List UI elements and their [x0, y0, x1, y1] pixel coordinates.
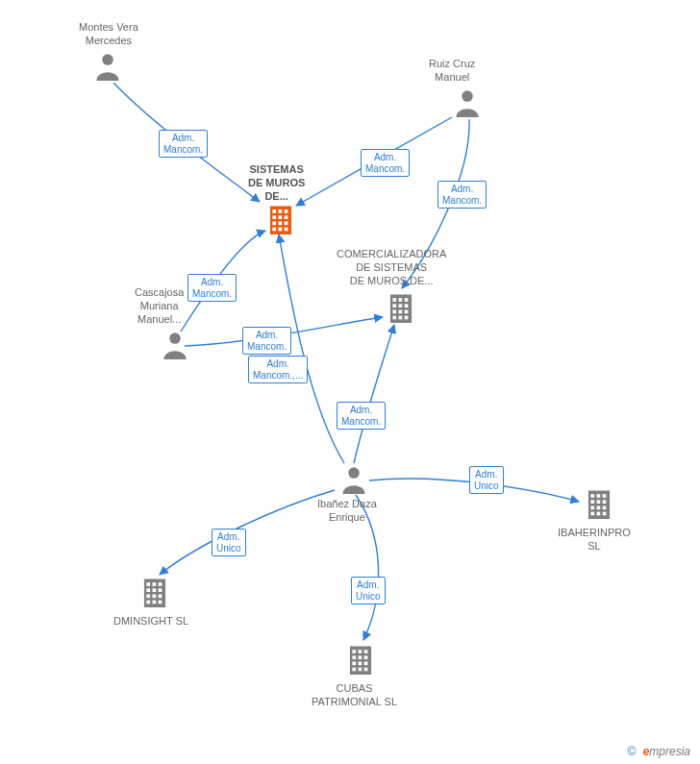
brand-rest: mpresia	[649, 745, 690, 758]
svg-rect-12	[272, 228, 276, 232]
node-montes[interactable]: Montes Vera Mercedes	[79, 21, 138, 48]
svg-point-0	[102, 54, 113, 65]
svg-rect-59	[364, 650, 368, 653]
svg-rect-4	[279, 209, 283, 213]
svg-rect-20	[399, 304, 403, 308]
svg-rect-55	[159, 601, 162, 604]
edge-label[interactable]: Adm. Mancom.	[188, 274, 237, 302]
edge-label[interactable]: Adm. Unico	[469, 466, 504, 494]
svg-rect-10	[279, 221, 283, 225]
svg-rect-31	[590, 494, 594, 498]
svg-point-28	[169, 333, 181, 344]
person-icon[interactable]	[94, 52, 121, 83]
svg-rect-50	[146, 594, 150, 598]
svg-rect-48	[153, 588, 157, 592]
svg-rect-46	[159, 582, 162, 586]
svg-rect-58	[359, 650, 362, 653]
svg-rect-14	[285, 228, 288, 232]
svg-rect-63	[352, 661, 356, 665]
building-icon[interactable]	[387, 292, 415, 325]
building-icon[interactable]	[585, 488, 613, 521]
svg-rect-54	[153, 601, 157, 604]
edge-label[interactable]: Adm. Mancom.,...	[248, 356, 308, 383]
svg-rect-23	[399, 309, 403, 313]
svg-rect-17	[399, 298, 403, 302]
svg-rect-6	[272, 215, 276, 219]
svg-rect-52	[159, 594, 162, 598]
building-icon[interactable]	[140, 577, 169, 609]
person-icon[interactable]	[162, 331, 188, 361]
svg-rect-34	[590, 500, 594, 504]
edge-label[interactable]: Adm. Mancom.	[337, 402, 386, 430]
building-icon[interactable]	[346, 644, 375, 677]
edge-label[interactable]: Adm. Mancom.	[242, 327, 291, 355]
svg-rect-38	[597, 505, 601, 509]
edge-label[interactable]: Adm. Unico	[351, 577, 386, 604]
person-icon[interactable]	[454, 88, 481, 119]
svg-rect-39	[603, 505, 607, 509]
copyright-symbol: ©	[627, 745, 636, 758]
svg-rect-68	[364, 668, 368, 672]
edge-ibanez-dminsight	[160, 490, 335, 575]
svg-rect-44	[146, 582, 150, 586]
svg-rect-37	[590, 505, 594, 509]
node-ibaher[interactable]: IBAHERINPRO SL	[558, 527, 631, 554]
svg-rect-51	[153, 594, 157, 598]
svg-rect-5	[285, 209, 288, 213]
svg-rect-64	[359, 661, 362, 665]
svg-rect-21	[405, 304, 409, 308]
node-comerc[interactable]: COMERCIALIZADORA DE SISTEMAS DE MUROS DE…	[337, 248, 446, 287]
node-label: DMINSIGHT SL	[113, 615, 188, 628]
svg-rect-32	[597, 494, 601, 498]
network-diagram: Montes Vera Mercedes Ruiz Cruz Manuel SI…	[0, 0, 700, 764]
svg-rect-9	[272, 221, 276, 225]
svg-rect-3	[272, 209, 276, 213]
svg-rect-36	[603, 500, 607, 504]
person-icon[interactable]	[340, 465, 367, 496]
svg-rect-61	[359, 655, 362, 659]
svg-rect-62	[364, 655, 368, 659]
node-dminsight[interactable]: DMINSIGHT SL	[113, 615, 188, 628]
svg-rect-7	[279, 215, 283, 219]
svg-rect-53	[146, 601, 150, 604]
svg-rect-66	[352, 668, 356, 672]
svg-rect-40	[590, 512, 594, 516]
node-cubas[interactable]: CUBAS PATRIMONIAL SL	[312, 682, 397, 709]
svg-point-1	[462, 90, 473, 102]
svg-rect-19	[392, 304, 396, 308]
svg-rect-57	[352, 650, 356, 653]
node-label: COMERCIALIZADORA DE SISTEMAS DE MUROS DE…	[337, 248, 446, 287]
svg-rect-25	[392, 316, 396, 320]
edge-label[interactable]: Adm. Mancom.	[159, 130, 208, 158]
node-cascajosa[interactable]: Cascajosa Muriana Manuel...	[135, 286, 184, 326]
node-label: IBAHERINPRO SL	[558, 527, 631, 554]
node-ruiz[interactable]: Ruiz Cruz Manuel	[429, 58, 475, 85]
svg-rect-60	[352, 655, 356, 659]
svg-rect-47	[146, 588, 150, 592]
node-label: Montes Vera Mercedes	[79, 21, 138, 48]
building-focus-icon[interactable]	[266, 204, 295, 236]
svg-rect-41	[597, 512, 601, 516]
node-label: SISTEMAS DE MUROS DE...	[248, 163, 305, 203]
node-ibanez[interactable]: Ibañez Daza Enrique	[317, 498, 377, 525]
svg-rect-65	[364, 661, 368, 665]
svg-rect-27	[405, 316, 409, 320]
node-label: Cascajosa Muriana Manuel...	[135, 286, 184, 326]
svg-rect-35	[597, 500, 601, 504]
node-label: Ibañez Daza Enrique	[317, 498, 377, 525]
svg-rect-22	[392, 309, 396, 313]
edge-label[interactable]: Adm. Mancom.	[438, 181, 487, 209]
edge-label[interactable]: Adm. Unico	[212, 529, 246, 556]
node-sistemas[interactable]: SISTEMAS DE MUROS DE...	[248, 163, 305, 203]
edge-label[interactable]: Adm. Mancom.	[361, 149, 410, 177]
node-label: Ruiz Cruz Manuel	[429, 58, 475, 85]
svg-rect-11	[285, 221, 288, 225]
svg-rect-49	[159, 588, 162, 592]
node-label: CUBAS PATRIMONIAL SL	[312, 682, 397, 709]
svg-rect-13	[279, 228, 283, 232]
svg-rect-33	[603, 494, 607, 498]
svg-rect-67	[359, 668, 362, 672]
svg-rect-16	[392, 298, 396, 302]
svg-rect-42	[603, 512, 607, 516]
svg-rect-26	[399, 316, 403, 320]
